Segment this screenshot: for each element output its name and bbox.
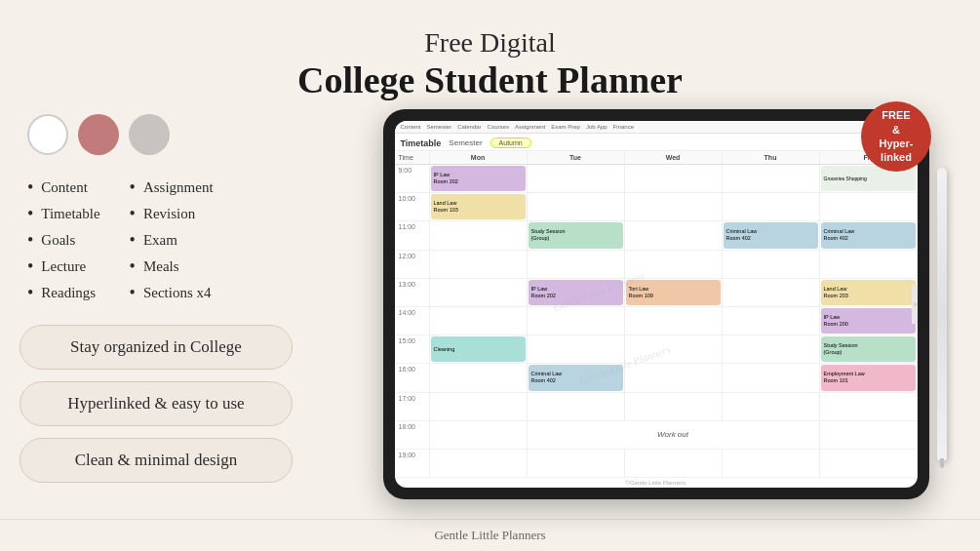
event-iplaw-tue13: IP LawRoom 202 <box>529 280 623 305</box>
day-tue: Tue <box>528 151 625 164</box>
cell-13-thu <box>723 279 820 306</box>
stylus <box>937 168 947 460</box>
feature-list-left: Content Timetable Goals Lecture Readings <box>27 177 100 303</box>
cell-9-wed <box>625 165 723 192</box>
pill-hyperlinked[interactable]: Hyperlinked & easy to use <box>20 381 293 426</box>
nav-exam-prep[interactable]: Exam Prep <box>551 124 580 130</box>
pill-organized[interactable]: Stay organized in College <box>20 325 293 370</box>
time-10: 10:00 <box>395 193 430 220</box>
feature-list-right: Assignment Revision Exam Meals Sections … <box>130 177 214 303</box>
cell-10-fri <box>820 193 918 220</box>
cell-11-fri: Criminal LawRoom 402 <box>820 221 918 249</box>
cell-18-fri <box>820 421 918 449</box>
tablet-screen: Content Semester Calendar Courses Assign… <box>395 121 918 488</box>
event-landlaw-mon10: Land LawRoom 103 <box>431 194 526 219</box>
day-thu: Thu <box>723 151 820 164</box>
circle-white <box>27 114 68 155</box>
nav-semester[interactable]: Semester <box>427 124 452 130</box>
cell-11-tue: Study Session(Group) <box>528 221 625 249</box>
sidebar-tab[interactable]: ≡ <box>912 285 918 324</box>
event-iplaw-fri14: IP LawRoom 200 <box>821 308 916 334</box>
time-16: 16:00 <box>395 364 430 391</box>
cell-19-fri <box>820 450 918 477</box>
header-area: Free Digital College Student Planner <box>0 0 980 109</box>
time-17: 17:00 <box>395 393 430 420</box>
page-container: Free Digital College Student Planner Con… <box>0 0 980 551</box>
feature-goals: Goals <box>27 230 100 251</box>
nav-assignment[interactable]: Assignment <box>515 124 545 130</box>
cell-16-mon <box>430 364 528 391</box>
nav-job-app[interactable]: Job App <box>586 124 608 130</box>
event-crimlaw-tue16: Criminal LawRoom 402 <box>529 365 623 390</box>
cell-15-tue <box>528 335 625 363</box>
row-9: 9:00 IP LawRoom 202 Groceries Shopping <box>395 165 918 193</box>
cell-11-mon <box>430 221 528 249</box>
row-19: 19:00 <box>395 450 918 478</box>
cell-17-tue <box>528 393 625 420</box>
cell-15-fri: Study Session(Group) <box>820 335 918 363</box>
event-tortlaw-wed13: Tort LawRoom 109 <box>626 280 721 305</box>
feature-assignment: Assignment <box>130 177 214 198</box>
semester-label: Semester <box>449 138 482 147</box>
cell-11-thu: Criminal LawRoom 402 <box>723 221 820 249</box>
cell-14-fri: IP LawRoom 200 <box>820 307 918 335</box>
cell-15-thu <box>723 335 820 363</box>
cell-14-thu <box>723 307 820 335</box>
cell-15-wed <box>625 335 723 363</box>
cell-12-mon <box>430 251 528 278</box>
event-emplaw-fri16: Employment LawRoom 101 <box>821 365 916 390</box>
cell-17-thu <box>723 393 820 420</box>
badge-and: & <box>892 123 900 137</box>
event-landlaw-fri13: Land LawRoom 203 <box>821 280 916 305</box>
cell-14-mon <box>430 307 528 335</box>
cell-13-mon <box>430 279 528 306</box>
copyright: ©Gentle Little Planners <box>395 478 918 488</box>
feature-content: Content <box>27 177 100 198</box>
cell-9-tue <box>528 165 625 192</box>
semester-value[interactable]: Autumn <box>490 138 531 148</box>
row-16: 16:00 Criminal LawRoom 402 Employment La… <box>395 364 918 392</box>
event-workout: Work out <box>528 421 820 449</box>
pill-clean[interactable]: Clean & minimal design <box>20 438 293 483</box>
cell-14-wed <box>625 307 723 335</box>
time-19: 19:00 <box>395 450 430 477</box>
cell-12-thu <box>723 251 820 278</box>
day-mon: Mon <box>430 151 528 164</box>
feature-meals: Meals <box>130 256 214 277</box>
cell-9-thu <box>723 165 820 192</box>
free-badge: FREE & Hyper- linked <box>861 101 931 172</box>
cell-10-tue <box>528 193 625 220</box>
cell-13-fri: Land LawRoom 203 <box>820 279 918 306</box>
features-row: Content Timetable Goals Lecture Readings… <box>27 177 332 303</box>
circle-gray <box>129 114 170 155</box>
days-header: Time Mon Tue Wed Thu Fri <box>395 151 918 165</box>
time-col-header: Time <box>395 151 430 164</box>
cell-18-mon <box>430 421 528 449</box>
right-panel: FREE & Hyper- linked Content Semester Ca… <box>351 109 960 499</box>
cell-11-wed <box>625 221 723 249</box>
row-18: 18:00 Work out <box>395 421 918 450</box>
cell-17-fri <box>820 393 918 420</box>
cell-15-mon: Cleaning <box>430 335 528 363</box>
nav-finance[interactable]: Finance <box>613 124 634 130</box>
circle-rose <box>78 114 119 155</box>
cell-16-fri: Employment LawRoom 101 <box>820 364 918 391</box>
time-13: 13:00 <box>395 279 430 306</box>
app-nav: Content Semester Calendar Courses Assign… <box>395 121 918 134</box>
footer: Gentle Little Planners <box>0 519 980 551</box>
row-13: 13:00 IP LawRoom 202 Tort LawRoom 109 <box>395 279 918 307</box>
header-text: Free Digital College Student Planner <box>297 27 683 101</box>
cell-16-wed <box>625 364 723 391</box>
timetable-app: Content Semester Calendar Courses Assign… <box>395 121 918 488</box>
nav-calendar[interactable]: Calendar <box>457 124 481 130</box>
row-17: 17:00 <box>395 393 918 421</box>
row-14: 14:00 IP LawRoom 200 <box>395 307 918 335</box>
time-11: 11:00 <box>395 221 430 249</box>
tablet-device: Content Semester Calendar Courses Assign… <box>383 109 929 499</box>
time-18: 18:00 <box>395 421 430 449</box>
nav-courses[interactable]: Courses <box>488 124 509 130</box>
timetable-title: Timetable <box>401 138 442 148</box>
nav-content[interactable]: Content <box>401 124 421 130</box>
timetable-body: 9:00 IP LawRoom 202 Groceries Shopping <box>395 165 918 478</box>
sidebar-tab-label: ≡ <box>913 303 918 306</box>
